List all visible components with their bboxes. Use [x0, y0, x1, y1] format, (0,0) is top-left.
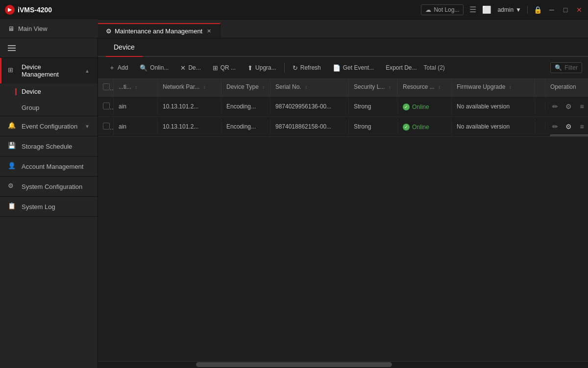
main-view-tab[interactable]: 🖥 Main View — [0, 19, 98, 38]
close-button[interactable]: ✕ — [575, 6, 583, 14]
config-button-2[interactable]: ⚙ — [564, 121, 573, 132]
row2-type: Encoding... — [226, 123, 256, 130]
td-check-1[interactable] — [98, 98, 114, 115]
header-checkbox[interactable] — [103, 83, 110, 90]
admin-button[interactable]: admin ▼ — [497, 6, 521, 13]
system-log-label: System Log — [22, 203, 55, 210]
system-log-icon: 📋 — [8, 202, 17, 211]
row2-security: Strong — [354, 123, 371, 130]
th-network-label: Network Par... — [163, 83, 199, 90]
sidebar-item-device-management[interactable]: ⊞ Device Management ▲ — [0, 58, 98, 83]
tab-device[interactable]: Device — [106, 38, 143, 57]
hamburger-menu[interactable] — [8, 45, 16, 51]
upgrade-icon: ⬆ — [247, 64, 253, 72]
row1-checkbox[interactable] — [103, 103, 110, 109]
delete-label: De... — [188, 64, 200, 71]
sidebar-item-event-configuration[interactable]: 🔔 Event Configuration ▼ — [0, 116, 98, 136]
edit-button-2[interactable]: ✏ — [550, 121, 560, 132]
filter-input-container[interactable]: 🔍 Filter — [550, 62, 582, 73]
sidebar-item-account-management[interactable]: 👤 Account Management — [0, 157, 98, 176]
maximize-button[interactable]: □ — [562, 6, 569, 14]
device-management-icon: ⊞ — [8, 66, 17, 75]
sidebar-item-system-configuration[interactable]: ⚙ System Configuration — [0, 177, 98, 196]
title-controls: ☁ Not Log... ☰ ⬜ admin ▼ 🔒 ─ □ ✕ — [421, 4, 583, 15]
main-view-icon: 🖥 — [8, 25, 14, 32]
sidebar-item-group[interactable]: Group — [0, 100, 98, 116]
td-check-2[interactable] — [98, 118, 114, 135]
th-sep — [535, 79, 545, 96]
refresh-button[interactable]: ↻ Refresh — [288, 62, 326, 74]
event-configuration-label: Event Configuration — [22, 123, 77, 130]
td-security-2: Strong — [349, 119, 398, 134]
qr-button[interactable]: ⊞ QR ... — [208, 62, 241, 74]
row2-name: ain — [119, 123, 126, 130]
th-network[interactable]: Network Par... ↕ — [158, 79, 221, 96]
not-logged-button[interactable]: ☁ Not Log... — [421, 4, 464, 15]
event-configuration-section: 🔔 Event Configuration ▼ — [0, 116, 98, 136]
th-operation-label: Operation — [550, 83, 576, 90]
device-label: Device — [22, 88, 41, 95]
delete-button[interactable]: ✕ De... — [175, 62, 205, 74]
maintenance-tab-label: Maintenance and Management — [115, 27, 202, 35]
system-configuration-section: ⚙ System Configuration — [0, 177, 98, 197]
export-device-button[interactable]: Export De... — [381, 62, 421, 74]
scrollbar-thumb[interactable] — [196, 362, 392, 367]
td-sep-2 — [535, 122, 545, 131]
info-button-1[interactable]: ≡ — [577, 101, 587, 112]
admin-arrow: ▼ — [515, 6, 521, 13]
th-firmware-label: Firmware Upgrade — [457, 83, 505, 90]
config-button-1[interactable]: ⚙ — [564, 101, 573, 112]
get-event-icon: 📄 — [333, 64, 341, 72]
row2-checkbox[interactable] — [103, 123, 110, 130]
upgrade-button[interactable]: ⬆ Upgra... — [243, 62, 281, 74]
sidebar-item-device[interactable]: Device — [0, 83, 98, 100]
th-name[interactable]: ...ti... ↕ — [114, 79, 158, 96]
maintenance-tab[interactable]: ⚙ Maintenance and Management ✕ — [98, 23, 220, 38]
td-type-1: Encoding... — [221, 99, 270, 114]
th-serial[interactable]: Serial No. ↕ — [270, 79, 349, 96]
toolbar-divider-1 — [284, 63, 285, 73]
get-event-button[interactable]: 📄 Get Event... — [328, 62, 379, 74]
online-detection-button[interactable]: 🔍 Onlin... — [135, 62, 173, 74]
admin-label: admin — [497, 6, 514, 13]
td-firmware-1: No available version — [452, 99, 535, 114]
add-button[interactable]: ＋ Add — [104, 61, 133, 75]
device-management-section: ⊞ Device Management ▲ Device Group — [0, 58, 98, 116]
th-resource[interactable]: Resource ... ↕ — [398, 79, 452, 96]
info-button-2[interactable]: ≡ — [577, 121, 587, 132]
edit-button-1[interactable]: ✏ — [550, 101, 560, 112]
delete-icon: ✕ — [180, 64, 186, 72]
td-resource-1: Online — [398, 99, 452, 115]
sidebar-item-system-log[interactable]: 📋 System Log — [0, 197, 98, 216]
td-type-2: Encoding... — [221, 119, 270, 134]
table-row: ain 10.13.101.2... Encoding... 987401886… — [98, 117, 588, 137]
th-firmware[interactable]: Firmware Upgrade ↕ — [452, 79, 535, 96]
logo-icon: ▶ — [5, 5, 15, 15]
horizontal-scrollbar[interactable] — [98, 361, 588, 368]
maintenance-tab-close[interactable]: ✕ — [205, 27, 212, 34]
row1-resource-label: Online — [412, 104, 429, 110]
sort-icon-3: ↕ — [262, 84, 265, 90]
minimize-button[interactable]: ─ — [548, 6, 556, 14]
sidebar-item-storage-schedule[interactable]: 💾 Storage Schedule — [0, 136, 98, 156]
th-check[interactable] — [98, 79, 114, 96]
add-icon: ＋ — [109, 63, 115, 72]
td-security-1: Strong — [349, 99, 398, 114]
th-type[interactable]: Device Type ↕ — [221, 79, 270, 96]
table-row: ain 10.13.101.2... Encoding... 987402995… — [98, 97, 588, 117]
qr-icon: ⊞ — [213, 64, 218, 72]
row2-resource-status: Online — [403, 124, 429, 131]
td-operation-2: ✏ ⚙ ≡ 👤 ↻ Remote Configuration — [545, 117, 588, 136]
th-security[interactable]: Security L... ↕ — [349, 79, 398, 96]
storage-schedule-icon: 💾 — [8, 142, 17, 151]
row1-name: ain — [119, 103, 126, 110]
td-sep-1 — [535, 102, 545, 111]
row2-serial: 9874018862158-00... — [275, 123, 331, 130]
sort-icon-5: ↕ — [389, 84, 391, 90]
tab-bar: 🖥 Main View ⚙ Maintenance and Management… — [0, 20, 588, 38]
not-logged-label: Not Log... — [434, 6, 459, 13]
filter-icon: 🔍 — [555, 64, 562, 71]
sort-icon: ↕ — [135, 84, 137, 90]
tab-device-label: Device — [114, 43, 135, 51]
content-nav: Device — [98, 38, 588, 57]
